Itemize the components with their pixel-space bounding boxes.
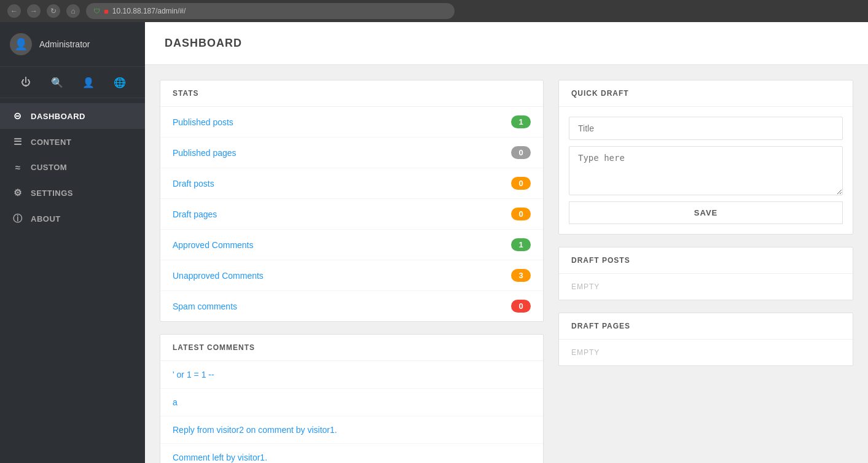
stat-badge-unapproved-comments: 3: [511, 269, 531, 282]
stats-row-draft-pages: Draft pages 0: [160, 199, 543, 230]
sidebar: 👤 Administrator ⏻ 🔍 👤 🌐 ⊝ DASHBOARD ☰ CO…: [0, 22, 145, 463]
draft-title-input[interactable]: [569, 117, 843, 140]
stat-badge-published-pages: 0: [511, 146, 531, 159]
sidebar-item-dashboard[interactable]: ⊝ DASHBOARD: [0, 103, 145, 129]
sidebar-item-content[interactable]: ☰ CONTENT: [0, 129, 145, 155]
stats-row-published-posts: Published posts 1: [160, 107, 543, 138]
reload-button[interactable]: ↻: [47, 4, 60, 18]
save-button[interactable]: SAVE: [569, 201, 843, 224]
sidebar-icon-row: ⏻ 🔍 👤 🌐: [0, 67, 145, 98]
latest-comments-card: LATEST COMMENTS ' or 1 = 1 -- a Reply fr…: [160, 334, 544, 463]
stats-header: STATS: [160, 80, 543, 107]
latest-comments-header: LATEST COMMENTS: [160, 335, 543, 361]
page-title: DASHBOARD: [165, 37, 848, 50]
stat-label-approved-comments[interactable]: Approved Comments: [173, 240, 254, 250]
stat-label-published-pages[interactable]: Published pages: [173, 148, 237, 158]
draft-posts-card: DRAFT POSTS EMPTY: [558, 247, 853, 300]
sidebar-nav: ⊝ DASHBOARD ☰ CONTENT ≈ CUSTOM ⚙ SETTING…: [0, 98, 145, 237]
url-text: 10.10.88.187/admin/#/: [112, 7, 186, 15]
comment-item-0[interactable]: ' or 1 = 1 --: [160, 361, 543, 389]
stat-badge-draft-pages: 0: [511, 208, 531, 220]
draft-pages-header: DRAFT PAGES: [559, 313, 853, 340]
stats-row-draft-posts: Draft posts 0: [160, 168, 543, 199]
dashboard-icon: ⊝: [12, 111, 23, 122]
stat-badge-approved-comments: 1: [511, 238, 531, 251]
sidebar-item-label-dashboard: DASHBOARD: [31, 112, 85, 121]
right-column: QUICK DRAFT SAVE DRAFT POSTS EMPTY DRAFT…: [558, 80, 853, 366]
stats-row-published-pages: Published pages 0: [160, 138, 543, 168]
stat-label-draft-pages[interactable]: Draft pages: [173, 209, 217, 219]
comment-item-3[interactable]: Comment left by visitor1.: [160, 444, 543, 463]
home-button[interactable]: ⌂: [66, 4, 80, 18]
left-column: STATS Published posts 1 Published pages …: [160, 80, 544, 463]
sidebar-item-custom[interactable]: ≈ CUSTOM: [0, 155, 145, 180]
stat-label-draft-posts[interactable]: Draft posts: [173, 179, 214, 189]
quick-draft-header: QUICK DRAFT: [559, 80, 853, 107]
avatar: 👤: [10, 33, 32, 55]
stat-label-spam-comments[interactable]: Spam comments: [173, 302, 237, 311]
draft-pages-card: DRAFT PAGES EMPTY: [558, 313, 853, 366]
sidebar-item-about[interactable]: ⓘ ABOUT: [0, 206, 145, 232]
stat-badge-published-posts: 1: [511, 115, 531, 128]
shield-icon: 🛡: [93, 7, 100, 15]
forward-button[interactable]: →: [27, 4, 41, 18]
quick-draft-body: SAVE: [559, 107, 853, 234]
stats-card: STATS Published posts 1 Published pages …: [160, 80, 544, 322]
draft-posts-header: DRAFT POSTS: [559, 247, 853, 274]
draft-pages-empty: EMPTY: [559, 340, 853, 365]
stats-row-approved-comments: Approved Comments 1: [160, 230, 543, 260]
stat-badge-draft-posts: 0: [511, 177, 531, 190]
stat-badge-spam-comments: 0: [511, 300, 531, 313]
address-bar[interactable]: 🛡 ■ 10.10.88.187/admin/#/: [86, 3, 455, 19]
page-body: STATS Published posts 1 Published pages …: [145, 65, 868, 463]
browser-chrome: ← → ↻ ⌂ 🛡 ■ 10.10.88.187/admin/#/: [0, 0, 868, 22]
search-icon[interactable]: 🔍: [48, 73, 66, 91]
stats-row-spam-comments: Spam comments 0: [160, 291, 543, 321]
settings-icon: ⚙: [12, 187, 23, 198]
draft-body-textarea[interactable]: [569, 146, 843, 195]
stat-label-published-posts[interactable]: Published posts: [173, 117, 233, 127]
sidebar-username: Administrator: [39, 39, 90, 49]
sidebar-item-label-content: CONTENT: [31, 138, 71, 147]
sidebar-item-settings[interactable]: ⚙ SETTINGS: [0, 180, 145, 206]
stats-row-unapproved-comments: Unapproved Comments 3: [160, 260, 543, 291]
content-icon: ☰: [12, 136, 23, 147]
sidebar-item-label-custom: CUSTOM: [31, 163, 67, 172]
sidebar-item-label-settings: SETTINGS: [31, 189, 73, 198]
draft-posts-empty: EMPTY: [559, 274, 853, 300]
comment-item-2[interactable]: Reply from visitor2 on comment by visito…: [160, 416, 543, 444]
extension-icon: ■: [104, 7, 109, 16]
user-icon[interactable]: 👤: [79, 73, 98, 91]
power-icon[interactable]: ⏻: [17, 73, 35, 91]
stat-label-unapproved-comments[interactable]: Unapproved Comments: [173, 271, 264, 281]
back-button[interactable]: ←: [7, 4, 21, 18]
about-icon: ⓘ: [12, 213, 23, 225]
globe-icon[interactable]: 🌐: [111, 73, 129, 91]
custom-icon: ≈: [12, 162, 23, 173]
comment-item-1[interactable]: a: [160, 389, 543, 416]
quick-draft-card: QUICK DRAFT SAVE: [558, 80, 853, 235]
app-layout: 👤 Administrator ⏻ 🔍 👤 🌐 ⊝ DASHBOARD ☰ CO…: [0, 22, 868, 463]
main-content: DASHBOARD STATS Published posts 1 Publis…: [145, 22, 868, 463]
sidebar-header: 👤 Administrator: [0, 22, 145, 67]
sidebar-item-label-about: ABOUT: [31, 214, 61, 224]
page-header: DASHBOARD: [145, 22, 868, 65]
